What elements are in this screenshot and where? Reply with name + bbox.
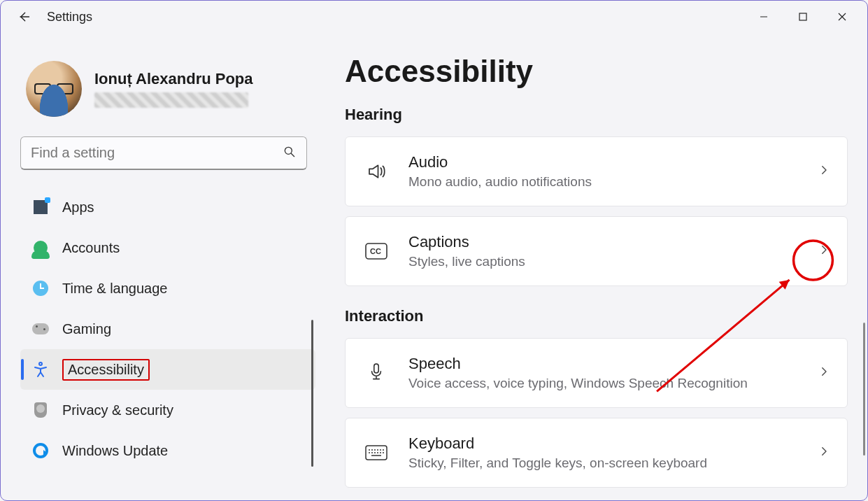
avatar [26,61,82,117]
sidebar-item-label: Time & language [62,281,167,296]
sidebar-item-privacy-security[interactable]: Privacy & security [20,390,315,430]
captions-icon: CC [362,243,390,260]
card-title: Audio [408,153,799,171]
microphone-icon [362,362,390,383]
card-title: Keyboard [408,435,799,453]
sidebar: Ionuț Alexandru Popa Apps Accounts Time … [1,33,315,501]
svg-point-1 [285,147,292,154]
maximize-button[interactable] [783,3,823,31]
profile-block[interactable]: Ionuț Alexandru Popa [26,61,315,117]
chevron-right-icon [818,164,830,179]
update-icon [31,442,50,460]
minimize-button[interactable] [744,3,783,31]
window-controls [744,3,862,31]
sidebar-item-label: Windows Update [62,443,168,458]
speaker-icon [362,161,390,182]
accounts-icon [31,239,50,257]
card-captions[interactable]: CC Captions Styles, live captions [345,216,848,286]
profile-email-redacted [94,92,248,108]
card-subtitle: Sticky, Filter, and Toggle keys, on-scre… [408,456,799,471]
keyboard-icon [362,445,390,460]
page-title: Accessibility [345,54,848,89]
card-subtitle: Styles, live captions [408,254,799,269]
gamepad-icon [31,320,50,338]
sidebar-item-accessibility[interactable]: Accessibility [20,349,315,390]
search-input[interactable] [31,145,283,161]
chevron-right-icon [818,365,830,381]
title-bar: Settings [1,1,867,33]
shield-icon [31,401,50,419]
svg-rect-5 [374,364,378,373]
apps-icon [31,198,50,216]
sidebar-item-apps[interactable]: Apps [20,187,315,227]
sidebar-item-label: Privacy & security [62,402,173,418]
group-title-interaction: Interaction [345,307,848,325]
group-title-hearing: Hearing [345,106,848,124]
card-title: Speech [408,355,799,373]
sidebar-item-label: Gaming [62,321,111,337]
sidebar-item-accounts[interactable]: Accounts [20,227,315,268]
sidebar-item-label: Accessibility [68,362,144,377]
profile-name: Ionuț Alexandru Popa [94,70,253,88]
sidebar-item-gaming[interactable]: Gaming [20,309,315,349]
search-icon [283,145,297,162]
accessibility-icon [31,360,50,379]
card-title: Captions [408,233,799,251]
main-panel: Accessibility Hearing Audio Mono audio, … [315,33,867,501]
svg-rect-0 [799,13,806,20]
sidebar-item-windows-update[interactable]: Windows Update [20,430,315,471]
search-box[interactable] [20,136,307,170]
chevron-right-icon [818,244,830,259]
sidebar-item-time-language[interactable]: Time & language [20,268,315,309]
sidebar-item-label: Accounts [62,240,120,255]
chevron-right-icon [818,445,830,460]
nav-list: Apps Accounts Time & language Gaming Acc… [20,187,315,471]
clock-icon [31,279,50,297]
close-button[interactable] [823,3,862,31]
scrollbar-thumb[interactable] [863,323,865,456]
sidebar-item-label: Apps [62,199,94,215]
app-title: Settings [47,10,92,24]
back-button[interactable] [13,6,34,27]
svg-text:CC: CC [370,247,381,255]
card-audio[interactable]: Audio Mono audio, audio notifications [345,136,848,206]
card-speech[interactable]: Speech Voice access, voice typing, Windo… [345,338,848,408]
svg-point-2 [39,362,42,365]
card-subtitle: Mono audio, audio notifications [408,174,799,190]
card-subtitle: Voice access, voice typing, Windows Spee… [408,376,799,391]
card-keyboard[interactable]: Keyboard Sticky, Filter, and Toggle keys… [345,418,848,488]
